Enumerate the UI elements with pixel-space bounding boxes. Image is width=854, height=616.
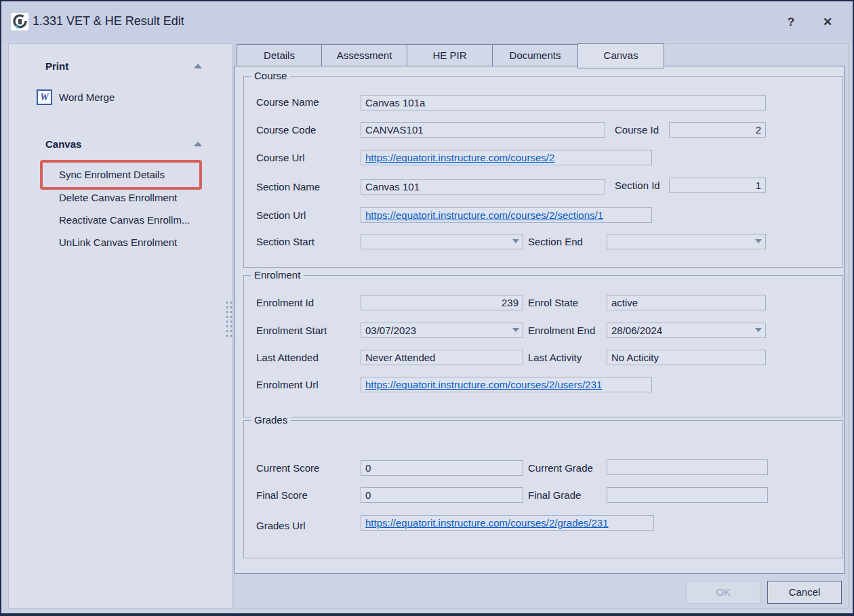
label-current-score: Current Score [256,462,319,474]
enrolment-start-combo[interactable]: 03/07/2023 [361,323,523,338]
label-course-name: Course Name [256,96,319,108]
section-url-field: https://equatorit.instructure.com/course… [361,207,652,223]
label-course-code: Course Code [256,124,316,136]
groupbox-course-legend: Course [251,70,290,81]
groupbox-enrolment-legend: Enrolment [251,269,304,281]
section-name-input[interactable]: Canvas 101 [361,179,605,194]
label-section-id: Section Id [615,180,660,191]
course-url-field: https://equatorit.instructure.com/course… [361,150,652,165]
chevron-up-icon[interactable] [194,64,202,68]
label-course-url: Course Url [256,152,305,163]
sidebar-section-canvas[interactable]: Canvas [45,138,81,150]
tab-he-pir[interactable]: HE PIR [407,44,493,66]
last-activity-input[interactable]: No Acticity [607,350,766,365]
close-button[interactable]: ✕ [819,14,836,31]
last-attended-input[interactable]: Never Attended [361,350,523,365]
label-current-grade: Current Grade [528,462,593,474]
course-code-input[interactable]: CANVAS101 [361,122,605,138]
help-button[interactable]: ? [782,14,800,31]
label-course-id: Course Id [615,124,659,136]
chevron-up-icon[interactable] [194,142,202,146]
cancel-button[interactable]: Cancel [767,581,842,604]
label-section-start: Section Start [256,236,314,247]
word-icon: W [37,89,52,105]
label-enrolment-id: Enrolment Id [256,297,314,308]
sidebar-item-word-merge[interactable]: Word Merge [59,91,115,103]
grades-url-field: https://equatorit.instructure.com/course… [361,515,654,531]
enrol-state-input[interactable]: active [607,295,766,310]
tab-canvas[interactable]: Canvas [577,43,664,68]
section-start-combo[interactable] [361,234,523,249]
sidebar-item-unlink-canvas-enrolment[interactable]: UnLink Canvas Enrolment [59,237,177,248]
label-enrol-state: Enrol State [528,297,578,308]
final-score-input[interactable]: 0 [361,487,523,503]
enrolment-end-combo[interactable]: 28/06/2024 [607,323,766,338]
groupbox-grades-legend: Grades [251,414,291,426]
chevron-down-icon [755,328,762,332]
final-grade-input[interactable] [607,487,768,503]
chevron-down-icon [755,239,762,243]
section-url-link[interactable]: https://equatorit.instructure.com/course… [365,209,603,221]
label-enrolment-start: Enrolment Start [256,325,327,336]
current-score-input[interactable]: 0 [361,460,523,476]
sidebar-item-sync-enrolment-details[interactable]: Sync Enrolment Details [59,169,165,180]
dialog-vet-he-result-edit: 1.331 VET & HE Result Edit ? ✕ Print W W… [0,0,854,616]
label-enrolment-url: Enrolment Url [256,379,319,390]
tab-documents[interactable]: Documents [492,44,578,66]
grades-url-link[interactable]: https://equatorit.instructure.com/course… [365,517,609,529]
title-bar: 1.331 VET & HE Result Edit ? ✕ [1,1,853,42]
course-id-input[interactable]: 2 [669,122,766,138]
sidebar-item-reactivate-canvas-enrollment[interactable]: Reactivate Canvas Enrollm... [59,214,190,226]
window-title: 1.331 VET & HE Result Edit [33,14,184,28]
label-section-url: Section Url [256,209,306,221]
section-id-input[interactable]: 1 [669,178,766,193]
chevron-down-icon [512,328,519,332]
label-enrolment-end: Enrolment End [528,325,595,336]
enrolment-end-value: 28/06/2024 [611,325,662,336]
course-name-input[interactable]: Canvas 101a [361,95,766,110]
sidebar [8,43,232,609]
sidebar-item-delete-canvas-enrollment[interactable]: Delete Canvas Enrollment [59,192,177,203]
enrolment-url-link[interactable]: https://equatorit.instructure.com/course… [365,379,602,390]
splitter-grip[interactable] [225,300,234,338]
app-icon [11,13,28,30]
tab-assessment[interactable]: Assessment [321,44,407,66]
tab-details[interactable]: Details [237,44,322,66]
label-final-grade: Final Grade [528,489,581,501]
enrolment-id-input[interactable]: 239 [361,295,523,310]
label-section-end: Section End [528,236,583,247]
course-url-link[interactable]: https://equatorit.instructure.com/course… [365,152,554,163]
label-last-activity: Last Activity [528,352,582,363]
enrolment-url-field: https://equatorit.instructure.com/course… [361,377,652,392]
label-last-attended: Last Attended [256,352,319,363]
sidebar-section-print[interactable]: Print [45,60,68,72]
enrolment-start-value: 03/07/2023 [365,325,416,336]
current-grade-input[interactable] [607,459,768,475]
label-grades-url: Grades Url [256,520,306,531]
label-final-score: Final Score [256,489,308,501]
label-section-name: Section Name [256,181,320,192]
ok-button[interactable]: OK [686,581,760,604]
chevron-down-icon [512,239,519,243]
section-end-combo[interactable] [607,234,766,249]
